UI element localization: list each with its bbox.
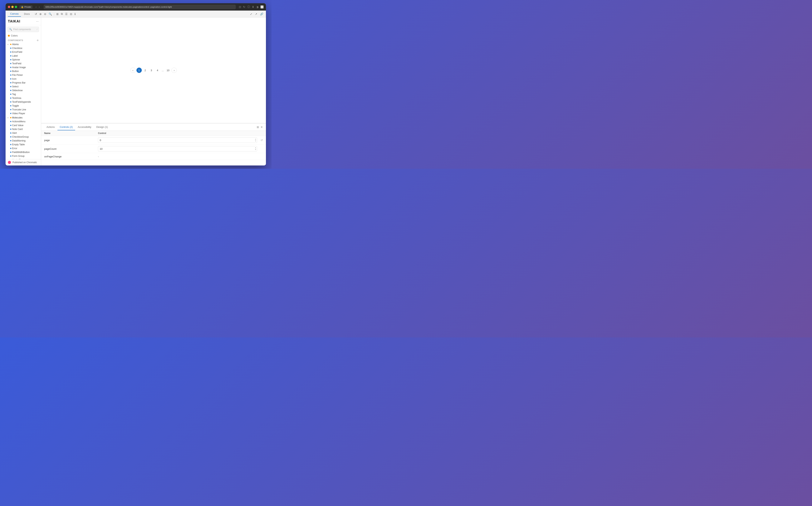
page-count-increment-icon[interactable]: ▲ (255, 147, 256, 149)
close-button[interactable] (8, 6, 10, 8)
sidebar-item-data-warning[interactable]: DataWarning (6, 139, 41, 143)
sidebar-footer[interactable]: Published on Chromatic (6, 159, 41, 165)
forward-button[interactable]: › (38, 5, 41, 9)
maximize-button[interactable] (15, 6, 17, 8)
sidebar-item-checkbox-group[interactable]: CheckboxGroup (6, 135, 41, 139)
sidebar-item-textfield[interactable]: TextField (6, 62, 41, 66)
open-icon[interactable]: ↗ (255, 12, 258, 16)
errorfield-dot (10, 52, 11, 53)
page-button-2[interactable]: 2 (143, 68, 148, 73)
pagination-control: ‹ 1 2 3 4 ... 10 › (130, 68, 177, 73)
layout-tool-icon[interactable]: ☰ (65, 12, 68, 16)
controls-table: Name Control page ▲ ▼ (41, 131, 266, 165)
tab-canvas[interactable]: Canvas (8, 11, 21, 17)
sidebar-item-tag[interactable]: Tag (6, 92, 41, 96)
page-decrement-icon[interactable]: ▼ (255, 140, 256, 142)
components-toggle-icon[interactable]: ⊕ (37, 39, 39, 41)
tab-controls[interactable]: Controls (2) (58, 124, 75, 130)
ctrl-name-on-page-change: onPageChange (44, 155, 98, 158)
back-button[interactable]: ‹ (35, 5, 37, 9)
sidebar-item-form-group[interactable]: Form Group (6, 154, 41, 158)
panel-tool-icon[interactable]: ⊟ (70, 12, 73, 16)
panel-grid-icon[interactable]: ⊞ (257, 125, 259, 129)
atoms-group-header[interactable]: ▾ Atoms (6, 43, 41, 46)
page-increment-icon[interactable]: ▲ (255, 138, 256, 140)
ctrl-row-page: page ▲ ▼ ↺ (41, 136, 266, 145)
sidebar-item-button[interactable]: Button (6, 69, 41, 73)
info-tool-icon[interactable]: ℹ (74, 12, 76, 16)
sidebar-item-truncate-line[interactable]: Truncate Line (6, 108, 41, 111)
page-button-4[interactable]: 4 (155, 68, 160, 73)
sidebar-item-colors[interactable]: Colors (6, 33, 41, 38)
logo-text: TAIKAI (8, 19, 20, 23)
alert-dot (10, 133, 11, 134)
sidebar-item-spinner[interactable]: Spinner (6, 58, 41, 62)
zoom-search-icon[interactable]: 🔍 (48, 12, 52, 16)
sidebar-item-file-picker[interactable]: File Picker (6, 73, 41, 77)
url-bar[interactable]: 600c295ccb36300021e7d82f-mqqrjrjcdd.chro… (44, 5, 236, 9)
sidebar-item-card-value[interactable]: Card Value (6, 123, 41, 127)
fullscreen-icon[interactable]: ⤢ (250, 12, 253, 16)
empty-table-dot (10, 144, 11, 145)
sidebar-item-label[interactable]: Label (6, 54, 41, 58)
tab-docs[interactable]: Docs (22, 11, 32, 16)
lock-icon: 🔒 (21, 6, 24, 8)
sidebar-item-select[interactable]: Select (6, 85, 41, 88)
sidebar-item-textfield-appendix[interactable]: TextFieldAppendix (6, 100, 41, 104)
page-button-10[interactable]: 10 (165, 68, 171, 73)
spinner-dot (10, 59, 11, 60)
truncate-line-dot (10, 109, 11, 110)
tab-bar: Canvas Docs ↺ ⊕ ⊖ 🔍 | ⊞ ⧉ ☰ ⊟ ℹ ⤢ ↗ 🔗 (6, 11, 266, 17)
panel-close-icon[interactable]: ✕ (261, 125, 263, 129)
sidebar-item-errorfield[interactable]: ErrorField (6, 50, 41, 54)
sidebar-item-progress-bar[interactable]: Progress Bar (6, 81, 41, 85)
sidebar-item-error[interactable]: Error (6, 147, 41, 150)
zoom-in-icon[interactable]: ⊕ (39, 12, 42, 16)
tab-accessibility[interactable]: Accessibility (75, 124, 94, 130)
grid-tool-icon[interactable]: ⊞ (56, 12, 59, 16)
sidebar-item-icon[interactable]: Icon (6, 77, 41, 81)
sidebar-item-video-player[interactable]: Video Player (6, 111, 41, 115)
ctrl-control-page: ▲ ▼ (98, 138, 257, 143)
sidebar-item-avatar-image[interactable]: Avatar Image (6, 66, 41, 69)
sidebar-search[interactable]: 🔍 Find components / (7, 27, 39, 32)
select-dot (10, 86, 11, 87)
sidebar-item-actions-menu[interactable]: ActionsMenu (6, 119, 41, 123)
next-page-button[interactable]: › (172, 68, 177, 73)
video-player-dot (10, 113, 11, 114)
sidebar-item-field-width-button[interactable]: FieldWidthButton (6, 150, 41, 154)
sidebar-menu-icon[interactable]: ··· (36, 20, 39, 23)
molecules-group: ▾ Molecules ActionsMenu Card Value (6, 116, 41, 159)
page-count-decrement-icon[interactable]: ▼ (255, 149, 256, 151)
link-icon[interactable]: 🔗 (260, 12, 264, 16)
canvas-preview: ‹ 1 2 3 4 ... 10 › (41, 17, 266, 123)
zoom-out-icon[interactable]: ⊖ (44, 12, 47, 16)
tab-actions[interactable]: Actions (44, 124, 57, 130)
page-input[interactable] (98, 138, 257, 143)
sidebar-item-checkbox[interactable]: Checkbox (6, 46, 41, 50)
molecules-dot (10, 117, 11, 118)
page-button-3[interactable]: 3 (149, 68, 154, 73)
sidebar-item-toggle[interactable]: Toggle (6, 104, 41, 108)
search-placeholder-text: Find components (13, 28, 36, 31)
sidebar-item-slideshow[interactable]: Slideshow (6, 88, 41, 92)
page-button-1[interactable]: 1 (136, 68, 142, 73)
sidebar-item-textarea[interactable]: TextArea (6, 96, 41, 100)
sidebar-item-alert[interactable]: Alert (6, 131, 41, 135)
reset-page-button[interactable]: ↺ (261, 139, 263, 142)
search-shortcut: / (37, 28, 37, 30)
controls-header: Name Control (41, 131, 266, 136)
download-icon: ⬇ (252, 5, 254, 8)
refresh-icon[interactable]: ↻ (243, 5, 245, 8)
page-count-input-wrapper: ▲ ▼ (98, 146, 257, 152)
prev-page-button[interactable]: ‹ (130, 68, 136, 73)
view-tool-icon[interactable]: ⧉ (61, 12, 63, 16)
tab-design[interactable]: Design (1) (94, 124, 110, 130)
progress-bar-dot (10, 82, 11, 83)
minimize-button[interactable] (11, 6, 14, 8)
reset-tool-icon[interactable]: ↺ (35, 12, 38, 16)
sidebar-item-empty-table[interactable]: Empty Table (6, 143, 41, 147)
sidebar-item-note-card[interactable]: Note Card (6, 127, 41, 131)
page-count-input[interactable] (98, 146, 257, 152)
molecules-group-header[interactable]: ▾ Molecules (6, 116, 41, 119)
